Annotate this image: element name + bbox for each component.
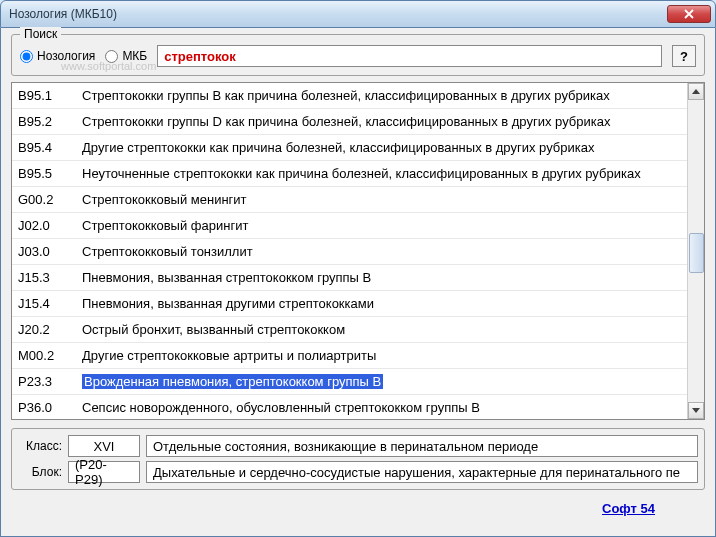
result-text: Другие стрептококки как причина болезней… xyxy=(82,140,687,155)
chevron-up-icon xyxy=(692,89,700,94)
result-row[interactable]: B95.4Другие стрептококки как причина бол… xyxy=(12,135,687,161)
result-row[interactable]: J03.0Стрептококковый тонзиллит xyxy=(12,239,687,265)
result-row[interactable]: J15.4Пневмония, вызванная другими стрепт… xyxy=(12,291,687,317)
scroll-thumb[interactable] xyxy=(689,233,704,273)
block-text: Дыхательные и сердечно-сосудистые наруше… xyxy=(146,461,698,483)
radio-mkb[interactable]: МКБ xyxy=(105,49,147,63)
result-code: B95.4 xyxy=(12,140,82,155)
scroll-down-button[interactable] xyxy=(688,402,704,419)
result-row[interactable]: G00.2Стрептококковый менингит xyxy=(12,187,687,213)
search-group-label: Поиск xyxy=(20,27,61,41)
titlebar: Нозология (МКБ10) xyxy=(0,0,716,28)
result-text: Стрептококки группы B как причина болезн… xyxy=(82,88,687,103)
block-code: (P20-P29) xyxy=(68,461,140,483)
scrollbar[interactable] xyxy=(687,83,704,419)
class-text: Отдельные состояния, возникающие в перин… xyxy=(146,435,698,457)
result-text: Стрептококковый менингит xyxy=(82,192,687,207)
footer-link[interactable]: Софт 54 xyxy=(602,501,655,516)
result-text: Пневмония, вызванная другими стрептококк… xyxy=(82,296,687,311)
radio-nosology-input[interactable] xyxy=(20,50,33,63)
class-label: Класс: xyxy=(18,439,62,453)
details-panel: Класс: XVI Отдельные состояния, возникаю… xyxy=(11,428,705,490)
window-title: Нозология (МКБ10) xyxy=(9,7,667,21)
result-text: Другие стрептококковые артриты и полиарт… xyxy=(82,348,687,363)
close-icon xyxy=(684,9,694,19)
result-text: Стрептококки группы D как причина болезн… xyxy=(82,114,687,129)
result-row[interactable]: P36.0Сепсис новорожденного, обусловленны… xyxy=(12,395,687,419)
result-code: J15.4 xyxy=(12,296,82,311)
radio-nosology[interactable]: Нозология xyxy=(20,49,95,63)
result-code: J03.0 xyxy=(12,244,82,259)
result-code: P23.3 xyxy=(12,374,82,389)
result-code: B95.2 xyxy=(12,114,82,129)
result-text: Неуточненные стрептококки как причина бо… xyxy=(82,166,687,181)
result-text: Острый бронхит, вызванный стрептококком xyxy=(82,322,687,337)
result-row[interactable]: B95.1Стрептококки группы B как причина б… xyxy=(12,83,687,109)
radio-mkb-label: МКБ xyxy=(122,49,147,63)
result-row[interactable]: B95.2Стрептококки группы D как причина б… xyxy=(12,109,687,135)
result-code: J15.3 xyxy=(12,270,82,285)
result-row[interactable]: B95.5Неуточненные стрептококки как причи… xyxy=(12,161,687,187)
class-code: XVI xyxy=(68,435,140,457)
result-row[interactable]: J20.2Острый бронхит, вызванный стрептоко… xyxy=(12,317,687,343)
search-input[interactable] xyxy=(157,45,662,67)
result-text: Пневмония, вызванная стрептококком групп… xyxy=(82,270,687,285)
result-code: B95.5 xyxy=(12,166,82,181)
result-code: B95.1 xyxy=(12,88,82,103)
result-code: M00.2 xyxy=(12,348,82,363)
result-row[interactable]: P23.3Врожденная пневмония, стрептококком… xyxy=(12,369,687,395)
detail-row-class: Класс: XVI Отдельные состояния, возникаю… xyxy=(18,435,698,457)
close-button[interactable] xyxy=(667,5,711,23)
result-code: P36.0 xyxy=(12,400,82,415)
block-label: Блок: xyxy=(18,465,62,479)
result-code: G00.2 xyxy=(12,192,82,207)
help-button[interactable]: ? xyxy=(672,45,696,67)
chevron-down-icon xyxy=(692,408,700,413)
search-group: Поиск Нозология МКБ ? xyxy=(11,34,705,76)
result-text: Сепсис новорожденного, обусловленный стр… xyxy=(82,400,687,415)
result-text: Стрептококковый тонзиллит xyxy=(82,244,687,259)
result-text: Стрептококковый фарингит xyxy=(82,218,687,233)
results-list: B95.1Стрептококки группы B как причина б… xyxy=(11,82,705,420)
result-row[interactable]: J02.0Стрептококковый фарингит xyxy=(12,213,687,239)
result-text: Врожденная пневмония, стрептококком груп… xyxy=(82,374,687,389)
window-body: www.softportal.com Поиск Нозология МКБ ?… xyxy=(0,28,716,537)
result-code: J20.2 xyxy=(12,322,82,337)
radio-nosology-label: Нозология xyxy=(37,49,95,63)
scroll-up-button[interactable] xyxy=(688,83,704,100)
detail-row-block: Блок: (P20-P29) Дыхательные и сердечно-с… xyxy=(18,461,698,483)
result-row[interactable]: J15.3Пневмония, вызванная стрептококком … xyxy=(12,265,687,291)
radio-mkb-input[interactable] xyxy=(105,50,118,63)
result-row[interactable]: M00.2Другие стрептококковые артриты и по… xyxy=(12,343,687,369)
result-code: J02.0 xyxy=(12,218,82,233)
